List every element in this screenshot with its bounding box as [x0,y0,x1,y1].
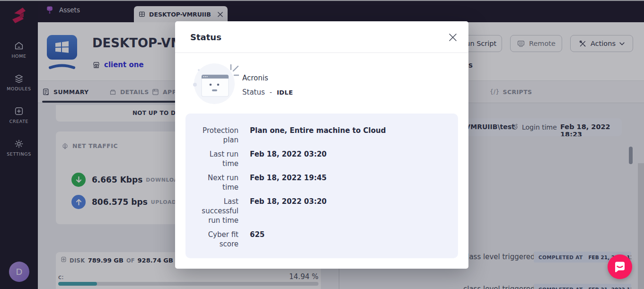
table-row: Last successful run time Feb 18, 2022 03… [195,197,449,225]
status-modal: Status Acronis Status - IDLE Protection … [175,21,468,269]
modal-title: Status [190,32,221,42]
chat-launcher-button[interactable] [608,254,632,279]
row-label: Protection plan [195,126,238,145]
row-label: Last run time [195,149,238,168]
row-label: Last successful run time [195,197,238,225]
protection-details-table: Protection plan Plan one, Entire machine… [185,114,458,258]
status-label: Status [242,88,265,96]
integration-illustration [191,61,239,105]
row-label: Cyber fit score [195,230,238,249]
chat-bubble-icon [614,261,626,273]
row-value: Feb 18, 2022 03:20 [250,197,449,225]
table-row: Protection plan Plan one, Entire machine… [195,126,449,145]
table-row: Next run time Feb 18, 2022 19:45 [195,173,449,192]
row-value: 625 [250,230,449,249]
status-dash: - [270,88,272,96]
row-value: Feb 18, 2022 19:45 [250,173,449,192]
status-value: IDLE [277,89,293,96]
row-label: Next run time [195,173,238,192]
table-row: Last run time Feb 18, 2022 03:20 [195,149,449,168]
integration-status-row: Status - IDLE [242,88,293,96]
integration-name: Acronis [242,74,268,82]
table-row: Cyber fit score 625 [195,230,449,249]
row-value: Feb 18, 2022 03:20 [250,149,449,168]
row-value: Plan one, Entire machine to Cloud [250,126,449,145]
close-icon[interactable] [448,32,458,43]
modal-header: Status [175,21,468,53]
